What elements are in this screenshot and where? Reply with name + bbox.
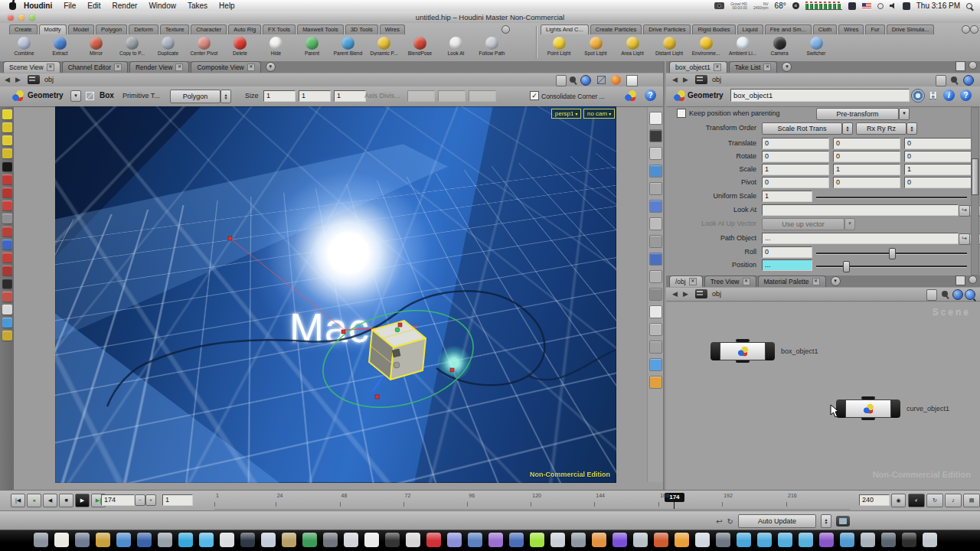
viewport-tool-icon[interactable] (649, 270, 662, 283)
dock-icon[interactable] (488, 533, 503, 547)
close-icon[interactable]: ✕ (689, 278, 697, 285)
pane-tab[interactable]: box_object1 ✕ (669, 61, 727, 73)
link-icon[interactable] (580, 75, 591, 86)
dock-icon[interactable] (840, 533, 854, 547)
volume-icon[interactable] (890, 3, 897, 9)
viewport-tool-icon[interactable] (2, 187, 12, 197)
dock-icon[interactable] (426, 533, 441, 547)
shelf-tab[interactable]: Maxwell Tools (297, 24, 344, 34)
shelf-tool[interactable]: Ambient Li... (724, 35, 761, 56)
apple-menu-icon[interactable] (9, 2, 16, 10)
viewport-tool-icon[interactable] (649, 376, 662, 389)
parameter-scrollbar[interactable] (971, 107, 979, 276)
shelf-tab[interactable]: Liquid (737, 24, 763, 34)
realtime-toggle-button[interactable]: ◐ (908, 494, 925, 507)
viewport-tool-icon[interactable] (649, 323, 662, 336)
pivot-field[interactable]: 0 (904, 177, 972, 188)
window-titlebar[interactable]: untitled.hip – Houdini Master Non-Commer… (0, 11, 980, 24)
dock-icon[interactable] (902, 533, 916, 547)
shelf-tab[interactable]: Rigid Bodies (692, 24, 735, 34)
menu-item[interactable]: Window (149, 2, 176, 10)
shelf-tab[interactable]: Drive Particles (643, 24, 691, 34)
shelf-tab[interactable]: 3D Tools (345, 24, 378, 34)
viewport-tool-icon[interactable] (2, 122, 12, 132)
dock-icon[interactable] (158, 533, 172, 547)
shelf-tab[interactable]: Character (191, 24, 227, 34)
dock-icon[interactable] (406, 533, 420, 547)
path-menu-button[interactable] (926, 289, 937, 301)
shelf-tab[interactable]: Lights And C... (541, 24, 589, 34)
shelf-tab[interactable]: Texture (160, 24, 190, 34)
pane-menu-icon[interactable] (969, 276, 977, 284)
camera-menu[interactable]: persp1 (551, 109, 581, 119)
viewport-tool-icon[interactable] (2, 148, 12, 158)
link-icon[interactable] (963, 75, 974, 86)
close-icon[interactable]: ✕ (114, 64, 122, 71)
viewport-tool-icon[interactable] (2, 161, 12, 171)
select-node-icon[interactable] (911, 89, 925, 103)
pane-tab[interactable]: /obj ✕ (669, 276, 703, 287)
position-slider-handle[interactable] (843, 261, 850, 272)
pane-tab[interactable]: Channel Editor ✕ (62, 61, 128, 73)
path-object-field[interactable]: ... (762, 233, 959, 244)
viewport-tool-icon[interactable] (649, 305, 662, 318)
pin-icon[interactable] (942, 291, 948, 297)
dock-icon[interactable] (344, 533, 358, 547)
shelf-tool[interactable]: Center Pivot (186, 35, 222, 56)
dock-icon[interactable] (881, 533, 896, 547)
network-node[interactable]: box_object1 (710, 342, 775, 360)
shaded-mode-icon[interactable] (597, 76, 606, 84)
node-flag-left[interactable] (710, 342, 720, 360)
pin-icon[interactable] (951, 77, 957, 83)
pane-tab[interactable]: Composite View ✕ (191, 61, 260, 73)
shelf-tool[interactable]: Area Light (614, 35, 651, 56)
shelf-tab[interactable]: Deform (129, 24, 158, 34)
dock-icon[interactable] (240, 533, 255, 547)
curve-object-path[interactable] (153, 291, 544, 385)
viewport-tool-icon[interactable] (2, 109, 12, 119)
shelf-menu-button[interactable] (501, 25, 510, 34)
dock-icon[interactable] (530, 533, 544, 547)
viewport-tool-icon[interactable] (2, 240, 12, 249)
transport-button[interactable]: |◀ (11, 494, 25, 507)
undo-icon[interactable]: ↩ (716, 517, 722, 526)
network-editor-canvas[interactable]: Scene Non-Commercial Edition box_object1 (666, 302, 980, 490)
temperature-status[interactable]: 68° (775, 2, 786, 10)
auto-key-button[interactable]: ◉ (891, 494, 906, 507)
rotate-field[interactable]: 0 (833, 151, 900, 162)
start-frame-field[interactable]: 1 (162, 494, 193, 506)
look-at-field[interactable] (762, 204, 959, 216)
forward-arrow-icon[interactable]: ▶ (683, 76, 688, 83)
dock-icon[interactable] (282, 533, 296, 547)
key-point[interactable] (228, 236, 232, 240)
viewport-tool-icon[interactable] (2, 214, 12, 223)
pane-tab[interactable]: Material Palette ✕ (758, 276, 826, 287)
back-arrow-icon[interactable]: ◀ (672, 290, 678, 298)
key-point[interactable] (341, 330, 345, 334)
consolidate-checkbox[interactable]: ✓ (530, 91, 539, 100)
box-object-cube[interactable] (369, 321, 426, 380)
app-menu[interactable]: Houdini (24, 2, 52, 10)
dock-icon[interactable] (675, 533, 689, 547)
dock-icon[interactable] (612, 533, 627, 547)
shelf-tab[interactable]: Polygon (96, 24, 127, 34)
viewport-tool-icon[interactable] (649, 182, 662, 195)
shelf-tool[interactable]: Spot Light (577, 35, 614, 56)
no-cam-menu[interactable]: no cam (583, 109, 615, 119)
scale-field[interactable]: 1 (833, 164, 900, 175)
pivot-field[interactable]: 0 (762, 177, 829, 188)
dock-icon[interactable] (178, 533, 193, 547)
transform-order-stepper[interactable]: ▲▼ (842, 122, 853, 135)
size-field[interactable]: 1 (263, 90, 296, 102)
path-text[interactable]: obj (712, 76, 721, 83)
shelf-tab[interactable]: Modify (39, 24, 67, 34)
cube-dark-handle[interactable] (392, 349, 400, 357)
dock-icon[interactable] (861, 533, 875, 547)
node-body[interactable] (720, 342, 766, 360)
handles-icon[interactable] (625, 90, 636, 101)
key-point[interactable] (450, 368, 454, 372)
shelf-tool[interactable]: Parent Blend (330, 35, 366, 56)
shelf-tab[interactable]: Auto Rig (228, 24, 261, 34)
dock-icon[interactable] (654, 533, 668, 547)
dock-icon[interactable] (447, 533, 462, 547)
